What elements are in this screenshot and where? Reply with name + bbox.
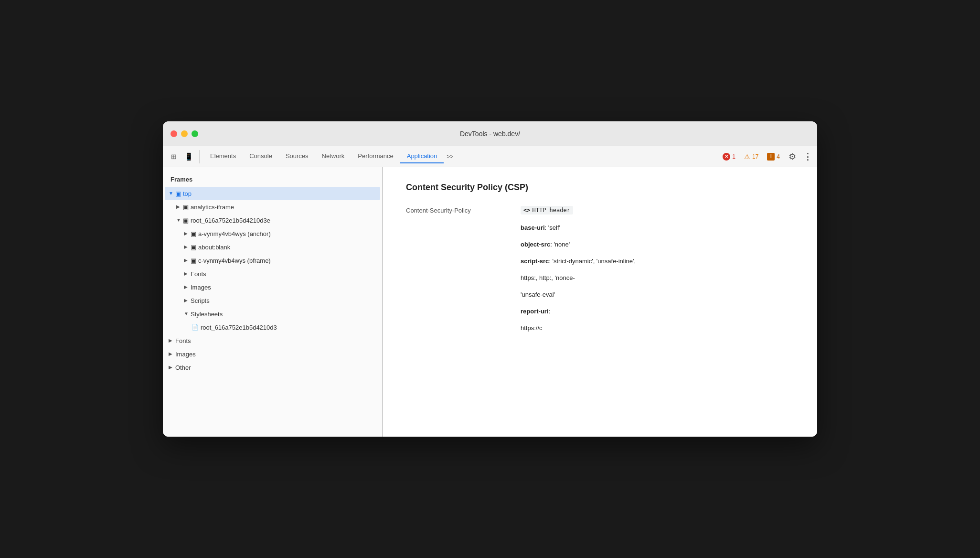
traffic-lights xyxy=(170,130,198,137)
csp-script-src-name: script-src xyxy=(521,258,549,265)
sidebar-item-label-images-sub: Images xyxy=(191,284,211,291)
sidebar-item-other-top[interactable]: ▶ Other xyxy=(165,361,380,374)
arrow-right-icon-3: ▶ xyxy=(184,231,190,236)
csp-nonce-val: https:, http:, 'nonce- xyxy=(521,274,575,281)
sidebar-item-label-about-blank: about:blank xyxy=(198,244,230,251)
toolbar: ⊞ 📱 Elements Console Sources Network Per… xyxy=(163,146,817,167)
csp-unsafe-eval-key xyxy=(406,291,521,292)
arrow-right-icon-4: ▶ xyxy=(184,244,190,250)
csp-report-uri-url-key xyxy=(406,324,521,325)
folder-icon-2: ▣ xyxy=(183,217,189,224)
csp-script-src-row: script-src: 'strict-dynamic', 'unsafe-in… xyxy=(406,258,794,265)
csp-report-uri-url-row: https://c xyxy=(406,324,794,332)
device-emulation-button[interactable]: 📱 xyxy=(182,150,195,163)
sidebar-item-label-images-top: Images xyxy=(175,351,196,358)
csp-report-uri-name: report-uri xyxy=(521,308,549,315)
main-content: Frames ▼ ▣ top ▶ ▣ analytics-iframe xyxy=(163,167,817,437)
folder-icon-1: ▣ xyxy=(183,204,189,211)
csp-type-label: HTTP header xyxy=(532,207,570,214)
csp-base-uri-name: base-uri xyxy=(521,224,545,231)
csp-report-uri-key xyxy=(406,308,521,309)
more-options-button[interactable]: ⋮ xyxy=(802,151,813,162)
folder-icon-top: ▣ xyxy=(175,190,181,197)
tab-performance[interactable]: Performance xyxy=(351,150,400,163)
csp-header-row: Content-Security-Policy <> HTTP header xyxy=(406,206,794,215)
selector-icon-button[interactable]: ⊞ xyxy=(167,150,180,163)
content-panel: Content Security Policy (CSP) Content-Se… xyxy=(383,167,817,437)
arrow-right-icon-11: ▶ xyxy=(169,351,174,357)
csp-script-src-key xyxy=(406,258,521,258)
selector-icon: ⊞ xyxy=(171,151,176,161)
arrow-right-icon-7: ▶ xyxy=(184,284,190,290)
sidebar-item-label-root: root_616a752e1b5d4210d3e xyxy=(191,217,270,224)
arrow-down-icon-9: ▼ xyxy=(184,311,190,317)
settings-button[interactable]: ⚙ xyxy=(786,150,799,163)
csp-nonce-row: https:, http:, 'nonce- xyxy=(406,274,794,281)
csp-base-uri-val: 'self' xyxy=(548,224,560,231)
warning-icon: ⚠ xyxy=(744,153,750,161)
warning-badge[interactable]: ⚠ 17 xyxy=(741,152,761,161)
csp-report-uri-colon: : xyxy=(549,308,551,315)
window-title: DevTools - web.dev/ xyxy=(460,130,520,138)
csp-base-uri-value: base-uri: 'self' xyxy=(521,224,794,231)
csp-base-uri-colon: : xyxy=(545,224,548,231)
tab-application[interactable]: Application xyxy=(400,150,444,163)
info-count: 4 xyxy=(777,153,780,160)
csp-nonce-key xyxy=(406,274,521,275)
tab-elements[interactable]: Elements xyxy=(203,150,243,163)
devtools-window: DevTools - web.dev/ ⊞ 📱 Elements Console… xyxy=(163,121,817,437)
sidebar-item-fonts-top[interactable]: ▶ Fonts xyxy=(165,334,380,347)
minimize-button[interactable] xyxy=(181,130,188,137)
file-icon: 📄 xyxy=(192,324,199,331)
info-badge[interactable]: i 4 xyxy=(764,152,783,161)
sidebar-item-label-other-top: Other xyxy=(175,364,191,371)
arrow-right-icon-6: ▶ xyxy=(184,271,190,277)
csp-script-src-value: script-src: 'strict-dynamic', 'unsafe-in… xyxy=(521,258,794,265)
sidebar-item-label-fonts-top: Fonts xyxy=(175,337,191,344)
arrow-down-icon-2: ▼ xyxy=(176,217,182,223)
sidebar-item-label-stylesheet-file: root_616a752e1b5d4210d3 xyxy=(201,324,277,331)
maximize-button[interactable] xyxy=(192,130,198,137)
sidebar-item-stylesheet-file[interactable]: 📄 root_616a752e1b5d4210d3 xyxy=(165,321,380,334)
code-angle-brackets-icon: <> xyxy=(523,207,530,214)
arrow-right-icon-8: ▶ xyxy=(184,298,190,303)
more-vert-icon: ⋮ xyxy=(803,151,812,162)
csp-base-uri-key xyxy=(406,224,521,225)
device-icon: 📱 xyxy=(184,152,193,161)
nav-tabs: Elements Console Sources Network Perform… xyxy=(203,150,718,163)
tab-console[interactable]: Console xyxy=(243,150,279,163)
sidebar-item-fonts-sub[interactable]: ▶ Fonts xyxy=(165,267,380,280)
close-button[interactable] xyxy=(170,130,177,137)
sidebar-item-stylesheets-sub[interactable]: ▼ Stylesheets xyxy=(165,307,380,321)
tab-network[interactable]: Network xyxy=(315,150,352,163)
sidebar-item-scripts-sub[interactable]: ▶ Scripts xyxy=(165,294,380,307)
sidebar-item-about-blank[interactable]: ▶ ▣ about:blank xyxy=(165,240,380,254)
sidebar-item-label-scripts-sub: Scripts xyxy=(191,297,210,304)
sidebar-item-label-a-vynmy: a-vynmy4vb4wys (anchor) xyxy=(198,230,271,237)
sidebar-item-images-sub[interactable]: ▶ Images xyxy=(165,280,380,294)
warning-count: 17 xyxy=(752,153,758,160)
csp-unsafe-eval-val: 'unsafe-eval' xyxy=(521,291,555,298)
csp-header-value: <> HTTP header xyxy=(521,206,794,215)
csp-object-src-row: object-src: 'none' xyxy=(406,241,794,248)
error-badge[interactable]: ✕ 1 xyxy=(720,152,738,161)
sidebar-item-c-vynmy[interactable]: ▶ ▣ c-vynmy4vb4wys (bframe) xyxy=(165,254,380,267)
csp-report-uri-url-val: https://c xyxy=(521,324,543,332)
more-tabs-button[interactable]: >> xyxy=(444,151,456,162)
sidebar-item-top[interactable]: ▼ ▣ top xyxy=(165,187,380,200)
sidebar-item-label-fonts-sub: Fonts xyxy=(191,270,206,278)
arrow-down-icon: ▼ xyxy=(169,191,174,196)
sidebar-item-root-frame[interactable]: ▼ ▣ root_616a752e1b5d4210d3e xyxy=(165,214,380,227)
tab-sources[interactable]: Sources xyxy=(279,150,315,163)
csp-report-uri-value: report-uri: xyxy=(521,308,794,315)
sidebar-item-analytics-iframe[interactable]: ▶ ▣ analytics-iframe xyxy=(165,200,380,214)
info-icon: i xyxy=(767,153,775,161)
titlebar: DevTools - web.dev/ xyxy=(163,121,817,146)
csp-unsafe-eval-value: 'unsafe-eval' xyxy=(521,291,794,298)
csp-object-src-key xyxy=(406,241,521,242)
csp-header-key: Content-Security-Policy xyxy=(406,206,521,214)
csp-type-tag: <> HTTP header xyxy=(521,206,573,215)
sidebar-item-a-vynmy[interactable]: ▶ ▣ a-vynmy4vb4wys (anchor) xyxy=(165,227,380,240)
csp-report-uri-url-value: https://c xyxy=(521,324,794,332)
sidebar-item-images-top[interactable]: ▶ Images xyxy=(165,347,380,361)
